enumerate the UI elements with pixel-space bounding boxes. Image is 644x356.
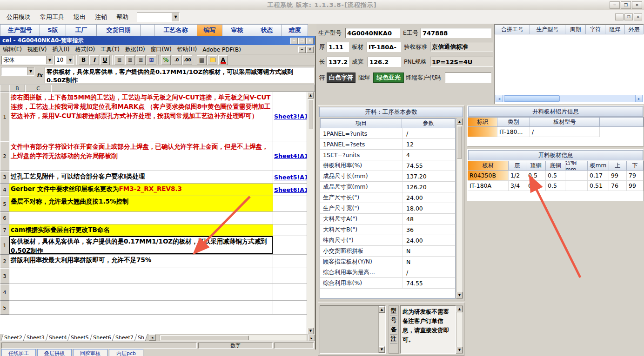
row-number[interactable]: 5 <box>0 196 9 212</box>
param-row[interactable]: 小交货面积拼板N <box>320 246 455 257</box>
scroll-up-icon[interactable]: ▲ <box>308 92 314 99</box>
row-number[interactable]: 4 <box>0 184 9 196</box>
menu-exit[interactable]: 退出 <box>69 11 90 23</box>
cell-text[interactable]: cam根据实际叠层自行更改TB命名 <box>9 224 273 236</box>
align-center-icon[interactable]: ≡ <box>125 55 135 65</box>
chevron-down-icon[interactable]: ▼ <box>172 13 179 21</box>
sheet-link-cell[interactable]: Sheet6!A1 <box>273 184 307 196</box>
cell-text[interactable]: 拼版利用率按最大利用率拼版即可，允许不足75% <box>9 255 273 268</box>
align-right-icon[interactable]: ≡ <box>136 55 146 65</box>
param-row[interactable]: 大料尺寸B(")36 <box>320 224 455 235</box>
params-col-value[interactable]: 参数 <box>402 119 455 128</box>
font-color-icon[interactable]: A <box>218 55 228 65</box>
param-row[interactable]: 综合利用率为最高.../ <box>320 267 455 278</box>
ejob-field[interactable]: 747888 <box>421 28 491 38</box>
join-col-cycle[interactable]: 周期 <box>565 25 586 34</box>
row-number[interactable]: 3 <box>0 268 9 284</box>
doc-minimize-icon[interactable]: ─ <box>298 46 306 53</box>
join-col-model[interactable]: 生产型号 <box>530 25 565 34</box>
align-left-icon[interactable]: ≡ <box>114 55 124 65</box>
param-row[interactable]: 大料尺寸A(")48 <box>320 214 455 224</box>
row-number[interactable]: 5 <box>0 301 9 315</box>
scroll-up-icon[interactable]: ▲ <box>456 119 463 125</box>
sheet-link-cell[interactable]: Sheet3!A1 <box>273 92 307 141</box>
selected-cell[interactable]: 客供板材，具体见客供单，客户提供的是0.17MM1/1OZ的板材，可以采用减薄铜… <box>9 236 273 255</box>
scroll-thumb[interactable] <box>308 99 313 129</box>
param-row[interactable]: 1PANEL=?units/ <box>320 128 455 139</box>
percent-style-button[interactable]: % <box>161 55 171 65</box>
merge-center-icon[interactable]: ⊞ <box>147 55 156 65</box>
scroll-thumb[interactable] <box>504 95 560 102</box>
endcust-field[interactable] <box>445 73 491 83</box>
tab-sheet3[interactable]: Sheet3 <box>23 334 48 341</box>
join-col-char[interactable]: 字符 <box>586 25 605 34</box>
row-number[interactable]: 2 <box>0 141 9 171</box>
scroll-up-icon[interactable]: ▲ <box>379 306 385 313</box>
excel-titlebar[interactable]: cel - 4G0040NKA0-预审指示 ─ ❐ ✕ <box>0 36 315 45</box>
tab-sheet6[interactable]: Sheet6 <box>90 334 115 341</box>
column-header-b[interactable]: B <box>9 85 25 92</box>
note-scrollbar[interactable]: ▲ ▼ <box>456 305 463 354</box>
bottom-tab[interactable]: 叠层拼板 <box>37 349 72 356</box>
tab-sheet5[interactable]: Sheet5 <box>67 334 93 341</box>
tab-sheet8-partial[interactable]: Sh <box>134 334 148 341</box>
menu-common-tools[interactable]: 常用工具 <box>35 11 69 23</box>
column-header-c[interactable]: C <box>25 85 51 92</box>
menu-combobox[interactable]: ▼ <box>137 13 180 22</box>
chevron-down-icon[interactable]: ▼ <box>67 56 74 64</box>
fill-color-icon[interactable] <box>208 55 217 65</box>
cell-text[interactable]: 按右图拼版，上下各加5MM的工艺边，工艺边与单元板之间V-CUT连接，单元板之间… <box>9 92 273 141</box>
cell-text[interactable]: 过孔工艺见附件，可以结合部分客户要求I类处理 <box>9 171 273 184</box>
menu-data[interactable]: 数据(D) <box>122 45 148 54</box>
join-col-outer[interactable]: 外层 <box>625 25 644 34</box>
param-row[interactable]: 成品尺寸长(mm)137.20 <box>320 171 455 182</box>
name-box[interactable]: ▼ <box>1 67 34 76</box>
column-header-rest[interactable] <box>51 85 315 92</box>
cell-text[interactable] <box>9 284 273 301</box>
sheet-link-cell[interactable] <box>273 301 307 315</box>
scroll-up-icon[interactable]: ▲ <box>456 306 463 312</box>
menu-help[interactable]: 帮助(H) <box>174 45 200 54</box>
bottom-tab[interactable]: 任线加工 <box>1 349 36 356</box>
excel-vertical-scrollbar[interactable]: ▲ ▼ <box>307 92 314 334</box>
tab-sheet2[interactable]: Sheet2 <box>1 334 26 341</box>
row-number[interactable]: 7 <box>0 224 9 236</box>
thickness-field[interactable]: 1.11 <box>327 42 349 52</box>
join-horizontal-scrollbar[interactable]: ◂ ▸ <box>496 95 643 102</box>
param-row[interactable]: 成品尺寸宽(mm)126.20 <box>320 182 455 192</box>
scroll-right-icon[interactable]: ▸ <box>635 95 643 102</box>
mdi-restore-icon[interactable]: ❐ <box>624 13 633 20</box>
boards-col-coppermm[interactable]: 含铜mm <box>565 161 588 171</box>
scroll-down-icon[interactable]: ▼ <box>379 346 385 353</box>
mdi-close-icon[interactable]: ✕ <box>634 13 642 20</box>
menu-view[interactable]: 视图(V) <box>25 45 50 54</box>
increase-decimal-icon[interactable]: .0 <box>172 55 181 65</box>
scroll-down-icon[interactable]: ▼ <box>456 347 463 353</box>
material-field[interactable]: IT-180A- <box>367 42 401 52</box>
close-icon[interactable]: ✕ <box>632 1 642 9</box>
tab-scroll-left-icon[interactable]: ◂ <box>149 334 156 341</box>
boards-col-layer[interactable]: 层 <box>509 161 526 171</box>
bold-button[interactable]: B <box>79 55 88 65</box>
param-row[interactable]: 生产尺寸宽(")18.00 <box>320 203 455 214</box>
param-row[interactable]: 纬向尺寸(")24.00 <box>320 235 455 246</box>
menu-edit[interactable]: 编辑(E) <box>0 45 25 54</box>
boards-col-topcopper[interactable]: 顶铜 <box>526 161 546 171</box>
cell-text[interactable] <box>9 268 273 284</box>
standard-field[interactable]: 京信通信标准 <box>430 42 493 52</box>
menu-tools[interactable]: 工具(T) <box>98 45 122 54</box>
param-row[interactable]: 拼板利用率(%)74.55 <box>320 160 455 171</box>
params-col-item[interactable]: 项目 <box>320 119 402 128</box>
param-row[interactable]: 1PANEL=?sets12 <box>320 139 455 150</box>
row-number[interactable]: 3 <box>0 171 9 184</box>
boards-col-material[interactable]: 板材 <box>468 161 509 171</box>
borders-icon[interactable]: ▦ <box>197 55 207 65</box>
scroll-down-icon[interactable]: ▼ <box>456 292 463 298</box>
sheet-link-cell[interactable] <box>273 255 307 268</box>
underline-button[interactable]: U <box>100 55 110 65</box>
menu-adobe-pdf[interactable]: Adobe PDF(B) <box>200 46 244 54</box>
cell-text[interactable] <box>9 301 273 315</box>
model-field[interactable]: 4G0040NKA0 <box>345 28 400 38</box>
cell-text[interactable] <box>9 212 273 224</box>
boards-col-bottomcopper[interactable]: 底铜 <box>546 161 565 171</box>
